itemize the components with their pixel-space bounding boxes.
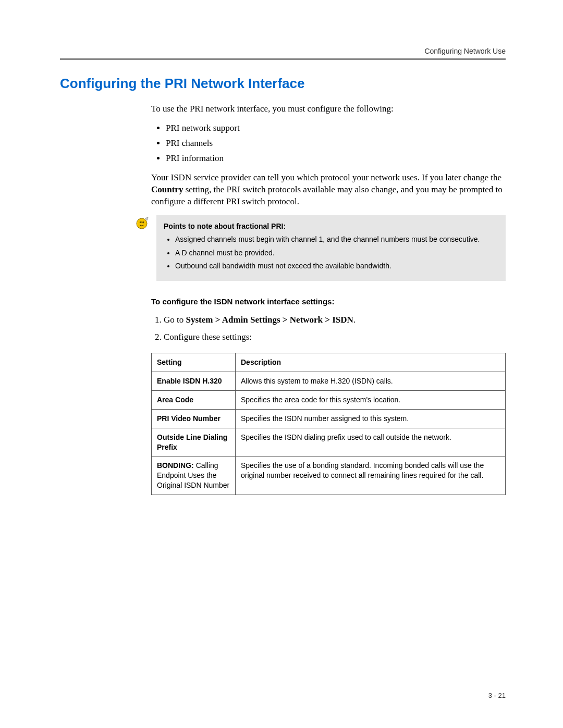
note-callout: Points to note about fractional PRI: Ass… bbox=[136, 215, 506, 281]
procedure-heading: To configure the ISDN network interface … bbox=[151, 297, 506, 307]
setting-description: Specifies the use of a bonding standard.… bbox=[236, 456, 506, 495]
provider-paragraph: Your ISDN service provider can tell you … bbox=[151, 172, 506, 208]
table-row: Enable ISDN H.320 Allows this system to … bbox=[152, 372, 506, 390]
table-header-description: Description bbox=[236, 353, 506, 372]
header-section-label: Configuring Network Use bbox=[60, 47, 506, 55]
setting-description: Specifies the ISDN number assigned to th… bbox=[236, 409, 506, 428]
text-fragment: Your ISDN service provider can tell you … bbox=[151, 172, 501, 182]
intro-bullet-list: PRI network support PRI channels PRI inf… bbox=[151, 122, 506, 165]
note-box: Points to note about fractional PRI: Ass… bbox=[156, 215, 506, 281]
setting-description: Specifies the ISDN dialing prefix used t… bbox=[236, 428, 506, 456]
table-row: Outside Line Dialing Prefix Specifies th… bbox=[152, 428, 506, 456]
text-fragment: . bbox=[353, 315, 356, 325]
setting-name: Area Code bbox=[157, 396, 193, 404]
list-item: PRI channels bbox=[166, 138, 506, 150]
header-divider bbox=[60, 58, 506, 60]
settings-table: Setting Description Enable ISDN H.320 Al… bbox=[151, 353, 506, 495]
note-bullet-list: Assigned channels must begin with channe… bbox=[164, 235, 498, 272]
table-row: PRI Video Number Specifies the ISDN numb… bbox=[152, 409, 506, 428]
list-item: A D channel must be provided. bbox=[175, 248, 498, 258]
page-number: 3 - 21 bbox=[488, 692, 506, 699]
table-row: Area Code Specifies the area code for th… bbox=[152, 390, 506, 409]
intro-paragraph: To use the PRI network interface, you mu… bbox=[151, 103, 506, 115]
table-row: BONDING: Calling Endpoint Uses the Origi… bbox=[152, 456, 506, 495]
text-fragment: Go to bbox=[164, 315, 186, 325]
section-title: Configuring the PRI Network Interface bbox=[60, 76, 506, 92]
nav-path: System > Admin Settings > Network > ISDN bbox=[186, 315, 353, 325]
setting-name: Enable ISDN H.320 bbox=[157, 377, 222, 385]
setting-name: BONDING: bbox=[157, 461, 194, 470]
svg-point-2 bbox=[143, 221, 144, 223]
setting-name: Outside Line Dialing Prefix bbox=[157, 433, 227, 451]
step-item: Configure these settings: bbox=[164, 331, 506, 343]
list-item: Assigned channels must begin with channe… bbox=[175, 235, 498, 245]
step-item: Go to System > Admin Settings > Network … bbox=[164, 314, 506, 326]
procedure-steps: Go to System > Admin Settings > Network … bbox=[151, 314, 506, 343]
list-item: PRI network support bbox=[166, 122, 506, 134]
list-item: PRI information bbox=[166, 153, 506, 165]
note-heading: Points to note about fractional PRI: bbox=[164, 221, 498, 232]
svg-point-0 bbox=[137, 218, 147, 229]
setting-name: PRI Video Number bbox=[157, 414, 221, 423]
setting-description: Specifies the area code for this system'… bbox=[236, 390, 506, 409]
setting-description: Allows this system to make H.320 (ISDN) … bbox=[236, 372, 506, 390]
bold-country: Country bbox=[151, 184, 183, 194]
text-fragment: setting, the PRI switch protocols availa… bbox=[151, 184, 503, 206]
list-item: Outbound call bandwidth must not exceed … bbox=[175, 261, 498, 272]
table-header-setting: Setting bbox=[152, 353, 236, 372]
note-icon bbox=[136, 215, 150, 281]
svg-point-1 bbox=[140, 221, 141, 223]
